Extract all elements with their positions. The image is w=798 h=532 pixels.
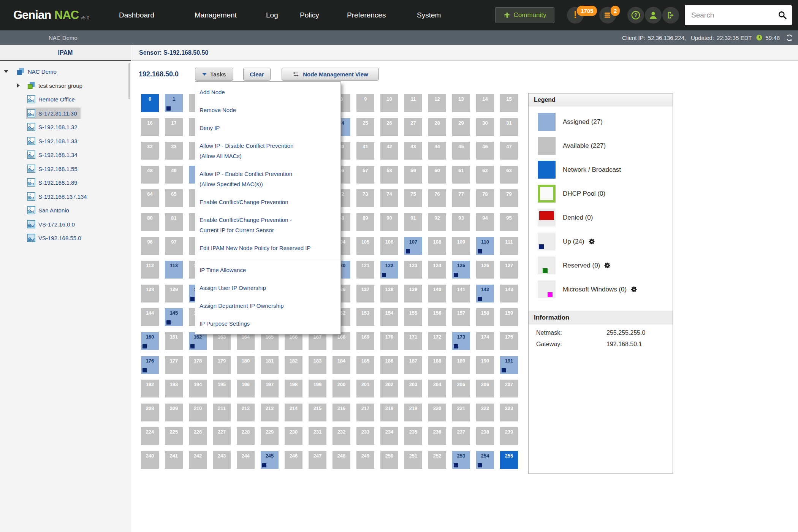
ip-cell-153[interactable]: 153 xyxy=(356,308,374,326)
ip-cell-139[interactable]: 139 xyxy=(404,285,422,302)
ip-cell-216[interactable]: 216 xyxy=(332,404,350,421)
caret-down-icon[interactable] xyxy=(4,70,8,73)
ip-cell-154[interactable]: 154 xyxy=(380,308,398,326)
ip-cell-205[interactable]: 205 xyxy=(452,380,470,397)
sidebar-item-san-antonio[interactable]: ?San Antonio xyxy=(0,204,131,216)
ip-cell-195[interactable]: 195 xyxy=(213,380,231,397)
ip-cell-143[interactable]: 143 xyxy=(500,285,518,302)
ip-cell-77[interactable]: 77 xyxy=(452,189,470,207)
help-button[interactable]: ? xyxy=(627,7,644,24)
ip-cell-208[interactable]: 208 xyxy=(141,404,159,421)
ip-cell-233[interactable]: 233 xyxy=(356,427,374,445)
ip-cell-209[interactable]: 209 xyxy=(165,404,183,421)
ip-cell-239[interactable]: 239 xyxy=(500,427,518,445)
logout-button[interactable] xyxy=(662,7,679,24)
ip-cell-226[interactable]: 226 xyxy=(189,427,207,445)
ip-cell-76[interactable]: 76 xyxy=(428,189,446,207)
menu-item-deny-ip[interactable]: Deny IP xyxy=(200,124,220,132)
menu-item-ip-time-allowance[interactable]: IP Time Allowance xyxy=(200,266,246,274)
gear-icon[interactable] xyxy=(588,238,595,245)
ip-cell-14[interactable]: 14 xyxy=(476,94,494,112)
ip-cell-92[interactable]: 92 xyxy=(428,213,446,231)
ip-cell-9[interactable]: 9 xyxy=(356,94,374,112)
ip-cell-193[interactable]: 193 xyxy=(165,380,183,397)
ip-cell-178[interactable]: 178 xyxy=(189,356,207,374)
sidebar-item-vs-192-168-55-0[interactable]: VS-192.168.55.0 xyxy=(0,232,131,244)
ip-cell-112[interactable]: 112 xyxy=(141,261,159,279)
search-input[interactable] xyxy=(685,5,779,25)
sidebar-item-s-192-168-1-55[interactable]: ?S-192.168.1.55 xyxy=(0,163,131,174)
ip-cell-241[interactable]: 241 xyxy=(165,451,183,469)
ip-cell-31[interactable]: 31 xyxy=(500,118,518,136)
ip-cell-172[interactable]: 172 xyxy=(428,332,446,350)
ip-cell-201[interactable]: 201 xyxy=(356,380,374,397)
ip-cell-27[interactable]: 27 xyxy=(404,118,422,136)
ip-cell-125[interactable]: 125 xyxy=(452,261,470,279)
ip-cell-225[interactable]: 225 xyxy=(165,427,183,445)
ip-cell-229[interactable]: 229 xyxy=(261,427,279,445)
ip-cell-63[interactable]: 63 xyxy=(500,166,518,184)
ip-cell-177[interactable]: 177 xyxy=(165,356,183,374)
ip-cell-242[interactable]: 242 xyxy=(189,451,207,469)
ip-cell-185[interactable]: 185 xyxy=(356,356,374,374)
ip-cell-207[interactable]: 207 xyxy=(500,380,518,397)
ip-cell-202[interactable]: 202 xyxy=(380,380,398,397)
ip-cell-10[interactable]: 10 xyxy=(380,94,398,112)
ip-cell-159[interactable]: 159 xyxy=(500,308,518,326)
ip-cell-65[interactable]: 65 xyxy=(165,189,183,207)
sidebar-item-s-192-168-137-134[interactable]: ?S-192.168.137.134 xyxy=(0,191,131,202)
ip-cell-145[interactable]: 145 xyxy=(165,308,183,326)
ip-cell-58[interactable]: 58 xyxy=(380,166,398,184)
ip-cell-180[interactable]: 180 xyxy=(237,356,255,374)
ip-cell-167[interactable]: 167 xyxy=(309,332,326,350)
ip-cell-48[interactable]: 48 xyxy=(141,166,159,184)
ip-cell-244[interactable]: 244 xyxy=(237,451,255,469)
ip-cell-175[interactable]: 175 xyxy=(500,332,518,350)
ip-cell-33[interactable]: 33 xyxy=(165,142,183,160)
ip-cell-183[interactable]: 183 xyxy=(309,356,326,374)
ip-cell-215[interactable]: 215 xyxy=(309,404,326,421)
ip-cell-142[interactable]: 142 xyxy=(476,285,494,302)
menu-item-assign-user-ip-ownership[interactable]: Assign User IP Ownership xyxy=(200,284,266,292)
ip-cell-189[interactable]: 189 xyxy=(452,356,470,374)
ip-cell-170[interactable]: 170 xyxy=(380,332,398,350)
ip-cell-107[interactable]: 107 xyxy=(404,237,422,255)
ip-cell-60[interactable]: 60 xyxy=(428,166,446,184)
sidebar-scrollbar[interactable] xyxy=(128,63,130,99)
ip-cell-190[interactable]: 190 xyxy=(476,356,494,374)
ip-cell-0[interactable]: 0 xyxy=(141,94,159,112)
nav-item-log[interactable]: Log xyxy=(266,0,278,30)
ip-cell-127[interactable]: 127 xyxy=(500,261,518,279)
ip-cell-43[interactable]: 43 xyxy=(404,142,422,160)
ip-cell-228[interactable]: 228 xyxy=(237,427,255,445)
ip-cell-203[interactable]: 203 xyxy=(404,380,422,397)
ip-cell-227[interactable]: 227 xyxy=(213,427,231,445)
caret-right-icon[interactable] xyxy=(17,83,20,88)
menu-item-allow-ip-enable-conflict-prevention[interactable]: (Allow Specified MAC(s)) xyxy=(200,180,263,188)
ip-cell-197[interactable]: 197 xyxy=(261,380,279,397)
ip-cell-156[interactable]: 156 xyxy=(428,308,446,326)
ip-cell-129[interactable]: 129 xyxy=(165,285,183,302)
menu-item-edit-ipam-new-node-policy-for-reserved-ip[interactable]: Edit IPAM New Node Policy for Reserved I… xyxy=(200,244,310,252)
ip-cell-47[interactable]: 47 xyxy=(500,142,518,160)
ip-cell-245[interactable]: 245 xyxy=(261,451,279,469)
ip-cell-73[interactable]: 73 xyxy=(356,189,374,207)
ip-cell-246[interactable]: 246 xyxy=(285,451,302,469)
sidebar-item-vs-172-16-0-0[interactable]: VS-172.16.0.0 xyxy=(0,218,131,230)
ip-cell-252[interactable]: 252 xyxy=(428,451,446,469)
ip-cell-173[interactable]: 173 xyxy=(452,332,470,350)
ip-cell-210[interactable]: 210 xyxy=(189,404,207,421)
refresh-icon[interactable] xyxy=(785,34,793,42)
sidebar-item-s-172-31-11-30[interactable]: ?S-172.31.11.30 xyxy=(0,108,131,119)
ip-cell-243[interactable]: 243 xyxy=(213,451,231,469)
ip-cell-81[interactable]: 81 xyxy=(165,213,183,231)
ip-cell-217[interactable]: 217 xyxy=(356,404,374,421)
sidebar-item-test-sensor-group[interactable]: test sensor group xyxy=(0,80,131,91)
ip-cell-78[interactable]: 78 xyxy=(476,189,494,207)
ip-cell-191[interactable]: 191 xyxy=(500,356,518,374)
ip-cell-61[interactable]: 61 xyxy=(452,166,470,184)
sidebar-item-s-192-168-1-33[interactable]: ?S-192.168.1.33 xyxy=(0,135,131,147)
ip-cell-26[interactable]: 26 xyxy=(380,118,398,136)
community-button[interactable]: Community xyxy=(495,7,554,23)
ip-cell-17[interactable]: 17 xyxy=(165,118,183,136)
